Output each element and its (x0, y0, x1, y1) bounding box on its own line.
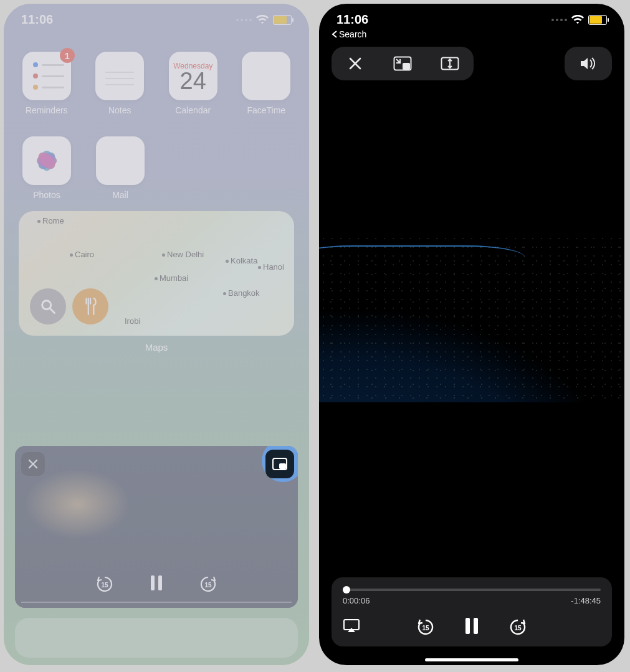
svg-rect-20 (465, 618, 470, 634)
wifi-icon (571, 15, 585, 25)
reminders-icon (29, 62, 64, 90)
video-toolbar (319, 39, 624, 88)
maps-food-button[interactable] (72, 288, 108, 324)
city-label: Hanoi (258, 262, 284, 272)
photos-icon[interactable] (22, 136, 71, 185)
pip-seek-bar[interactable] (21, 602, 292, 603)
maps-widget[interactable]: Rome Cairo New Delhi Mumbai Kolkata Hano… (19, 211, 294, 336)
pip-pause-button[interactable] (149, 574, 164, 594)
battery-icon (273, 15, 292, 25)
mail-icon[interactable] (96, 136, 145, 185)
cellular-dots-icon (551, 19, 567, 21)
app-label: Calendar (175, 105, 211, 115)
reminders-tile[interactable]: 1 (22, 52, 71, 100)
back-label: Search (339, 29, 366, 39)
back-chevron-icon (332, 31, 338, 38)
app-mail[interactable]: Mail (92, 136, 148, 200)
svg-rect-21 (474, 618, 478, 634)
status-time: 11:06 (336, 12, 368, 27)
skip-label: 15 (101, 582, 108, 589)
facetime-icon[interactable] (242, 52, 290, 100)
svg-line-11 (50, 309, 55, 313)
status-bar: 11:06 (4, 4, 309, 31)
video-frame[interactable] (319, 234, 624, 402)
airplay-button[interactable] (343, 618, 360, 636)
maps-search-button[interactable] (30, 288, 66, 324)
skip-label: 15 (204, 582, 211, 589)
scrubber-knob[interactable] (343, 586, 350, 594)
svg-rect-14 (151, 575, 155, 590)
player-panel: 0:00:06 -1:48:45 15 15 (332, 577, 612, 646)
app-facetime[interactable]: FaceTime (239, 52, 295, 115)
volume-button[interactable] (565, 47, 612, 80)
app-photos[interactable]: Photos (19, 136, 75, 200)
skip-back-button[interactable]: 15 (416, 618, 435, 637)
svg-rect-17 (403, 63, 410, 70)
app-row-2: Photos Mail (19, 136, 294, 200)
city-label: Kolkata (226, 256, 257, 265)
calendar-icon[interactable]: Wednesday 24 (169, 52, 217, 100)
phone-right-videoplayer: 11:06 Search (319, 4, 624, 665)
reminders-badge: 1 (60, 48, 75, 63)
pip-skip-forward-button[interactable]: 15 (199, 575, 217, 594)
aspect-button[interactable] (426, 47, 474, 80)
calendar-day: 24 (180, 68, 206, 95)
scrubber[interactable] (343, 589, 601, 591)
volume-icon (579, 56, 598, 71)
battery-icon (588, 15, 607, 25)
city-label: New Delhi (162, 250, 204, 259)
city-label: Rome (37, 216, 64, 225)
back-to-search-button[interactable]: Search (319, 29, 624, 39)
pip-skip-back-button[interactable]: 15 (95, 575, 114, 594)
app-label: Photos (33, 190, 60, 200)
time-remaining: -1:48:45 (571, 596, 601, 605)
app-label: FaceTime (247, 105, 285, 115)
close-button[interactable] (332, 47, 379, 80)
phone-left-homescreen: 11:06 1 Reminders (4, 4, 309, 665)
video-toolbar-left (332, 47, 474, 80)
pip-close-button[interactable] (21, 452, 45, 476)
svg-rect-13 (279, 463, 286, 469)
svg-rect-15 (158, 575, 162, 590)
dock (15, 618, 298, 658)
skip-label: 15 (422, 625, 429, 632)
app-calendar[interactable]: Wednesday 24 Calendar (165, 52, 221, 115)
close-icon (348, 57, 362, 70)
city-label: Irobi (125, 316, 140, 326)
skip-forward-button[interactable]: 15 (508, 618, 527, 637)
app-label: Reminders (26, 105, 68, 115)
app-label: Notes (108, 105, 131, 115)
status-time: 11:06 (21, 12, 53, 27)
aspect-icon (441, 57, 459, 70)
time-elapsed: 0:00:06 (343, 596, 370, 605)
app-reminders[interactable]: 1 Reminders (19, 52, 75, 115)
city-label: Cairo (70, 250, 94, 259)
airplay-icon (343, 618, 360, 633)
skip-label: 15 (514, 625, 521, 632)
home-indicator[interactable] (425, 658, 518, 661)
pip-expand-button[interactable] (265, 450, 294, 478)
pause-icon (464, 617, 480, 635)
pip-expand-icon (272, 458, 287, 470)
notes-icon[interactable] (95, 52, 144, 100)
pip-window[interactable]: 15 15 (15, 446, 298, 608)
city-label: Mumbai (155, 273, 188, 283)
pip-controls: 15 15 (15, 574, 298, 594)
app-row-1: 1 Reminders Notes (19, 52, 294, 115)
pip-icon (393, 56, 412, 71)
pause-button[interactable] (464, 617, 480, 638)
cellular-dots-icon (236, 19, 252, 21)
app-notes[interactable]: Notes (92, 52, 148, 115)
app-label: Mail (112, 190, 128, 200)
pip-enter-button[interactable] (379, 47, 426, 80)
svg-rect-0 (254, 69, 270, 83)
status-bar: 11:06 (319, 4, 624, 31)
city-label: Bangkok (223, 288, 260, 298)
svg-rect-9 (106, 151, 135, 171)
maps-label: Maps (19, 342, 294, 353)
wifi-icon (255, 15, 269, 25)
